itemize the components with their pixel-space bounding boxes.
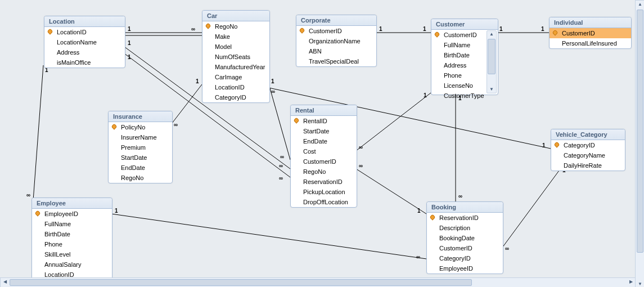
- entity-location[interactable]: Location LocationID LocationName Address…: [44, 16, 125, 68]
- svg-text:1: 1: [271, 78, 274, 84]
- field[interactable]: OrganizationName: [296, 36, 376, 46]
- field[interactable]: LocationID: [202, 82, 269, 92]
- field[interactable]: Model: [202, 42, 269, 52]
- entity-title: Rental: [291, 105, 357, 116]
- svg-text:∞: ∞: [279, 175, 283, 181]
- field[interactable]: Make: [202, 32, 269, 42]
- entity-employee[interactable]: Employee EmployeeID FullName BirthDate P…: [31, 198, 112, 280]
- entity-insurance[interactable]: Insurance PolicyNo InsurerName Premium S…: [108, 111, 173, 183]
- svg-text:∞: ∞: [280, 154, 284, 160]
- field[interactable]: RegoNo: [202, 21, 269, 32]
- field[interactable]: RegoNo: [291, 167, 357, 177]
- svg-text:1: 1: [128, 54, 131, 60]
- svg-text:∞: ∞: [416, 254, 420, 260]
- svg-text:1: 1: [115, 208, 118, 214]
- field[interactable]: LocationName: [44, 37, 125, 47]
- field[interactable]: EndDate: [291, 136, 357, 146]
- vertical-scrollbar[interactable]: ▲ ▼: [635, 0, 644, 287]
- field[interactable]: FullName: [32, 219, 112, 229]
- field[interactable]: PolicyNo: [109, 122, 172, 132]
- svg-text:∞: ∞: [359, 163, 363, 169]
- entity-car[interactable]: Car RegoNo Make Model NumOfSeats Manufac…: [202, 10, 270, 103]
- field[interactable]: Address: [44, 47, 125, 57]
- scroll-thumb[interactable]: [488, 39, 496, 74]
- entity-title: Car: [202, 11, 269, 21]
- svg-text:∞: ∞: [458, 193, 462, 199]
- entity-vehicle-category[interactable]: Vehicle_Category CategoryID CategoryName…: [551, 129, 625, 171]
- field[interactable]: SkillLevel: [32, 249, 112, 259]
- field[interactable]: PickupLocation: [291, 187, 357, 197]
- field[interactable]: CustomerID: [550, 28, 631, 38]
- field[interactable]: InsurerName: [109, 132, 172, 142]
- field[interactable]: ManufacturedYear: [202, 62, 269, 72]
- svg-text:1: 1: [379, 26, 382, 32]
- field[interactable]: CategoryID: [202, 92, 269, 102]
- svg-line-28: [356, 93, 431, 151]
- scroll-down-icon[interactable]: ▼: [487, 86, 496, 93]
- svg-text:1: 1: [417, 208, 421, 214]
- field[interactable]: CarImage: [202, 72, 269, 82]
- svg-text:∞: ∞: [271, 88, 275, 95]
- field[interactable]: CustomerID: [291, 156, 357, 167]
- field[interactable]: ReservationID: [427, 213, 503, 223]
- field[interactable]: CategoryID: [551, 140, 625, 150]
- field[interactable]: isMainOffice: [44, 57, 125, 68]
- field[interactable]: RegoNo: [109, 173, 172, 183]
- field[interactable]: CategoryID: [427, 253, 503, 263]
- svg-text:1: 1: [128, 40, 131, 46]
- field[interactable]: CustomerID: [427, 243, 503, 253]
- entity-rental[interactable]: Rental RentalID StartDate EndDate Cost C…: [290, 105, 357, 208]
- svg-text:1: 1: [542, 142, 546, 149]
- scroll-up-icon[interactable]: ▲: [637, 2, 643, 7]
- field[interactable]: Cost: [291, 146, 357, 156]
- svg-line-34: [356, 169, 426, 214]
- entity-title: Corporate: [296, 15, 376, 26]
- field[interactable]: Description: [427, 223, 503, 233]
- entity-customer[interactable]: Customer CustomerID FullName BirthDate A…: [431, 19, 498, 95]
- entity-title: Employee: [32, 198, 112, 209]
- field[interactable]: ReservationID: [291, 177, 357, 187]
- field[interactable]: Phone: [32, 239, 112, 249]
- svg-text:∞: ∞: [191, 26, 195, 32]
- entity-booking[interactable]: Booking ReservationID Description Bookin…: [426, 201, 503, 274]
- field[interactable]: StartDate: [109, 153, 172, 163]
- svg-text:1: 1: [196, 78, 199, 84]
- entity-individual[interactable]: Individual CustomerID PersonalLifeInsure…: [549, 17, 632, 49]
- field[interactable]: RentalID: [291, 116, 357, 126]
- scroll-thumb[interactable]: [637, 10, 643, 253]
- field[interactable]: ABN: [296, 46, 376, 56]
- field[interactable]: Premium: [109, 142, 172, 153]
- field[interactable]: CategoryName: [551, 150, 625, 160]
- field[interactable]: EmployeeID: [427, 263, 503, 273]
- scrollbar[interactable]: ▲ ▼: [487, 30, 497, 93]
- svg-text:∞: ∞: [174, 122, 178, 128]
- svg-text:1: 1: [424, 92, 427, 98]
- entity-corporate[interactable]: Corporate CustomerID OrganizationName AB…: [296, 15, 377, 67]
- field[interactable]: StartDate: [291, 126, 357, 136]
- scroll-left-icon[interactable]: ◀: [2, 279, 8, 284]
- scroll-up-icon[interactable]: ▲: [487, 31, 496, 38]
- field[interactable]: CustomerID: [296, 26, 376, 36]
- field[interactable]: TravelSpecialDeal: [296, 56, 376, 66]
- field[interactable]: BirthDate: [32, 229, 112, 239]
- svg-text:∞: ∞: [26, 192, 30, 198]
- svg-text:∞: ∞: [279, 163, 283, 169]
- field[interactable]: LocationID: [44, 27, 125, 37]
- field[interactable]: AnnualSalary: [32, 259, 112, 270]
- svg-line-16: [269, 84, 290, 160]
- horizontal-scrollbar[interactable]: ◀ ▶: [0, 277, 636, 287]
- entity-title: Insurance: [109, 111, 172, 122]
- entity-title: Individual: [550, 17, 631, 28]
- field[interactable]: DailyHireRate: [551, 160, 625, 171]
- svg-text:∞: ∞: [359, 144, 363, 150]
- field[interactable]: NumOfSeats: [202, 52, 269, 62]
- field[interactable]: BookingDate: [427, 233, 503, 243]
- field[interactable]: EndDate: [109, 163, 172, 173]
- field[interactable]: DropOffLocation: [291, 197, 357, 207]
- scroll-down-icon[interactable]: ▼: [637, 281, 643, 286]
- scroll-thumb[interactable]: [10, 279, 472, 286]
- scroll-right-icon[interactable]: ▶: [628, 279, 634, 284]
- svg-text:1: 1: [499, 26, 503, 32]
- field[interactable]: PersonalLifeInsured: [550, 38, 631, 48]
- field[interactable]: EmployeeID: [32, 209, 112, 219]
